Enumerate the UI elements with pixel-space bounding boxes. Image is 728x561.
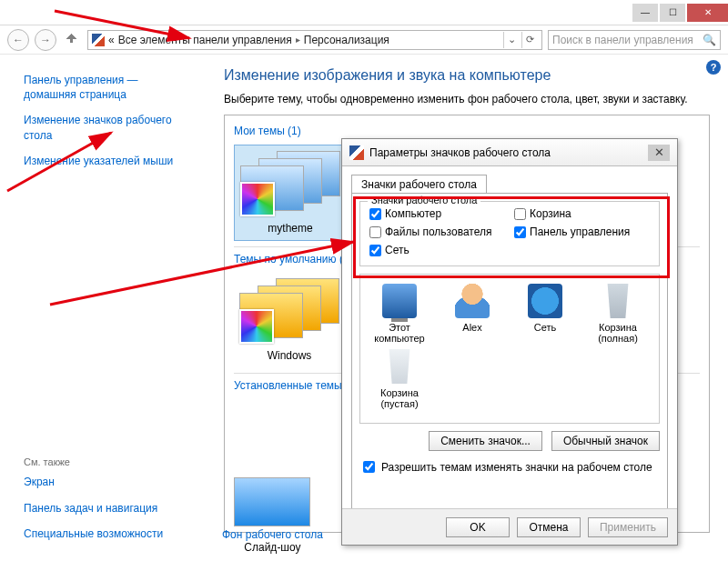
link-cp-home[interactable]: Панель управления — домашняя страница	[24, 73, 193, 102]
chevron-right-icon[interactable]: ▸	[296, 35, 300, 45]
link-accessibility[interactable]: Специальные возможности	[24, 526, 193, 541]
desktop-bg-thumb[interactable]	[234, 477, 310, 526]
theme-windows[interactable]: Windows	[234, 273, 345, 367]
back-button[interactable]: ←	[7, 29, 29, 51]
color-swatch-icon	[239, 309, 274, 344]
apply-button[interactable]: Применить	[588, 517, 668, 537]
dialog-title: Параметры значков рабочего стола	[369, 146, 551, 159]
link-taskbar[interactable]: Панель задач и навигация	[24, 501, 193, 516]
page-desc: Выберите тему, чтобы одновременно измени…	[224, 93, 710, 105]
theme-thumbnail	[240, 151, 340, 216]
my-themes-label: Мои темы (1)	[234, 125, 700, 137]
dialog-icon	[349, 145, 364, 160]
link-change-desktop-icons[interactable]: Изменение значков рабочего стола	[24, 113, 193, 142]
theme-name: mytheme	[240, 222, 340, 235]
minimize-button[interactable]: —	[632, 4, 658, 22]
chevron-down-icon[interactable]: ⌄	[503, 32, 520, 48]
ok-button[interactable]: OK	[446, 517, 510, 537]
see-also-label: См. также	[24, 456, 193, 467]
theme-thumbnail	[239, 278, 339, 344]
control-panel-icon	[92, 34, 105, 46]
recycle-bin-empty-icon	[382, 349, 417, 384]
network-icon	[528, 284, 562, 318]
user-icon	[455, 284, 490, 318]
page-title: Изменение изображения и звука на компьют…	[224, 67, 710, 84]
forward-button[interactable]: →	[35, 29, 56, 51]
allow-themes-checkbox[interactable]	[363, 461, 375, 473]
search-input[interactable]: Поиск в панели управления 🔍	[548, 30, 721, 50]
default-icon-button[interactable]: Обычный значок	[551, 431, 660, 451]
icon-bin-full[interactable]: Корзина (полная)	[584, 284, 652, 344]
titlebar: — ☐ ✕	[0, 0, 728, 25]
dialog-titlebar[interactable]: Параметры значков рабочего стола ✕	[342, 139, 677, 166]
cancel-button[interactable]: Отмена	[517, 517, 581, 537]
theme-mytheme[interactable]: mytheme	[234, 145, 347, 241]
desktop-bg-link[interactable]: Фон рабочего стола	[224, 528, 323, 533]
recycle-bin-full-icon	[601, 284, 635, 318]
icon-preview-grid[interactable]: Этот компьютер Alex Сеть Корзина (полная…	[359, 274, 660, 424]
link-screen[interactable]: Экран	[24, 475, 193, 489]
up-button[interactable]: 🠝	[62, 30, 82, 50]
sidebar: Панель управления — домашняя страница Из…	[0, 55, 206, 561]
annotation-highlight-box	[353, 196, 670, 278]
search-placeholder: Поиск в панели управления	[552, 34, 693, 46]
theme-name: Windows	[239, 349, 339, 362]
computer-icon	[382, 284, 417, 318]
breadcrumb-2[interactable]: Персонализация	[304, 34, 389, 46]
address-bar[interactable]: « Все элементы панели управления ▸ Персо…	[87, 30, 542, 50]
change-icon-button[interactable]: Сменить значок...	[429, 431, 542, 451]
allow-themes-label: Разрешить темам изменять значки на рабоч…	[381, 461, 652, 474]
icon-network[interactable]: Сеть	[511, 284, 579, 344]
help-icon[interactable]: ?	[706, 60, 721, 75]
dialog-footer: OK Отмена Применить	[342, 508, 677, 545]
tab-desktop-icons[interactable]: Значки рабочего стола	[351, 175, 487, 194]
icon-user[interactable]: Alex	[439, 284, 506, 344]
breadcrumb-pre: «	[108, 34, 115, 46]
color-swatch-icon	[240, 182, 275, 216]
breadcrumb-1[interactable]: Все элементы панели управления	[118, 34, 292, 46]
close-button[interactable]: ✕	[687, 4, 728, 22]
icon-this-pc[interactable]: Этот компьютер	[366, 284, 433, 344]
toolbar: ← → 🠝 « Все элементы панели управления ▸…	[0, 25, 728, 55]
refresh-icon[interactable]: ⟳	[521, 32, 538, 48]
maximize-button[interactable]: ☐	[660, 4, 685, 22]
link-change-pointers[interactable]: Изменение указателей мыши	[24, 154, 193, 168]
search-icon: 🔍	[703, 34, 716, 46]
dialog-close-button[interactable]: ✕	[648, 145, 670, 161]
icon-bin-empty[interactable]: Корзина (пустая)	[366, 349, 433, 409]
